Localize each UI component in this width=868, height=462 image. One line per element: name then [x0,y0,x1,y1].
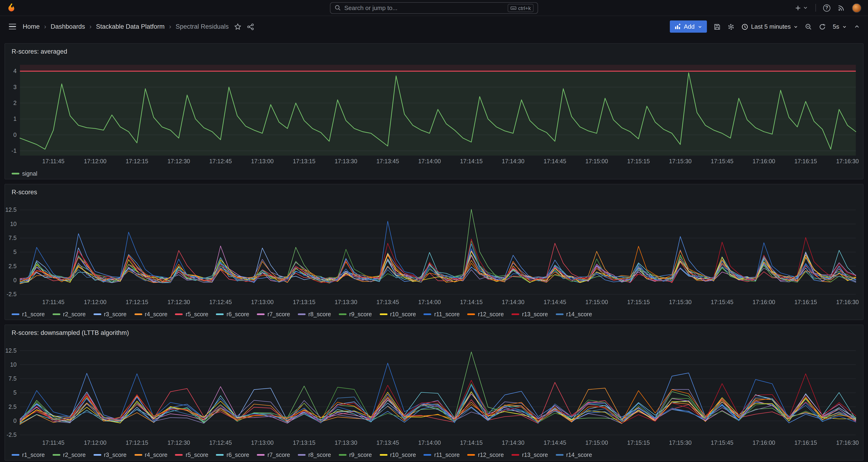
svg-text:17:14:00: 17:14:00 [418,439,441,446]
refresh-interval-picker[interactable]: 5s [833,23,847,30]
legend-item[interactable]: r9_score [339,311,372,317]
legend-item[interactable]: r8_score [298,451,331,458]
svg-text:2: 2 [13,100,17,106]
legend-swatch [424,454,431,456]
new-menu-button[interactable] [794,4,808,11]
legend-label: r2_score [63,311,86,317]
legend-item[interactable]: r3_score [93,451,127,458]
share-button[interactable] [247,23,254,30]
legend-label: r14_score [566,311,592,317]
help-icon: ? [823,4,831,11]
panel-title[interactable]: R-scores: downsampled (LTTB algorithm) [5,325,863,340]
legend-item[interactable]: r4_score [134,311,167,317]
chart-legend: r1_scorer2_scorer3_scorer4_scorer5_score… [5,449,863,460]
timeseries-chart[interactable]: -10123417:11:4517:12:0017:12:1517:12:301… [5,59,863,168]
legend-swatch [512,454,519,456]
legend-item[interactable]: r11_score [424,311,460,317]
svg-text:17:14:45: 17:14:45 [544,158,566,164]
chart-legend: r1_scorer2_scorer3_scorer4_scorer5_score… [5,309,863,319]
legend-item[interactable]: signal [12,170,37,177]
legend-item[interactable]: r4_score [134,451,167,458]
legend-item[interactable]: r10_score [379,311,416,317]
legend-item[interactable]: r2_score [53,311,86,317]
legend-item[interactable]: r5_score [175,451,208,458]
legend-label: r4_score [145,451,167,458]
panel-r-scores-downsampled: R-scores: downsampled (LTTB algorithm) -… [4,325,864,461]
collapse-toolbar-button[interactable] [854,23,860,30]
help-button[interactable]: ? [823,4,831,11]
zoom-out-button[interactable] [805,23,812,30]
legend-item[interactable]: r9_score [339,451,372,458]
legend-item[interactable]: r10_score [379,451,416,458]
legend-item[interactable]: r2_score [53,451,86,458]
svg-text:17:12:30: 17:12:30 [167,439,190,446]
add-button[interactable]: Add [670,21,707,33]
svg-text:12.5: 12.5 [5,206,17,213]
timeseries-chart[interactable]: -2.502.557.51012.517:11:4517:12:0017:12:… [5,200,863,308]
dashboard-toolbar: Home › Dashboards › Stackable Data Platf… [0,16,868,37]
legend-item[interactable]: r6_score [216,311,249,317]
legend-item[interactable]: r1_score [12,311,45,317]
dashboard-settings-button[interactable] [727,23,735,30]
svg-text:2.5: 2.5 [9,263,17,269]
legend-label: r5_score [186,451,208,458]
save-dashboard-button[interactable] [713,23,721,30]
panel-r-scores: R-scores -2.502.557.51012.517:11:4517:12… [4,184,864,320]
legend-item[interactable]: r11_score [424,451,460,458]
svg-text:1: 1 [13,116,17,122]
svg-text:17:12:45: 17:12:45 [209,158,232,164]
svg-text:17:15:30: 17:15:30 [669,299,691,305]
breadcrumb-separator: › [90,23,92,30]
svg-text:17:15:15: 17:15:15 [627,158,650,164]
favorite-button[interactable] [234,23,242,30]
svg-text:17:14:15: 17:14:15 [460,439,483,446]
breadcrumb-folder[interactable]: Stackable Data Platform [96,23,164,30]
legend-label: r13_score [522,451,548,458]
legend-swatch [175,313,183,315]
svg-text:17:12:30: 17:12:30 [167,158,190,164]
legend-item[interactable]: r7_score [257,451,290,458]
legend-swatch [12,313,19,315]
breadcrumb-home[interactable]: Home [23,23,40,30]
legend-item[interactable]: r7_score [257,311,290,317]
keyboard-icon [510,5,517,11]
search-input[interactable]: ctrl+k [330,2,538,13]
legend-item[interactable]: r14_score [556,451,592,458]
svg-text:3: 3 [13,84,17,90]
timeseries-chart[interactable]: -2.502.557.51012.517:11:4517:12:0017:12:… [5,340,863,449]
svg-text:0: 0 [13,277,17,283]
legend-item[interactable]: r12_score [467,311,504,317]
svg-text:17:14:15: 17:14:15 [460,299,483,305]
time-range-picker[interactable]: Last 5 minutes [741,23,799,30]
legend-item[interactable]: r12_score [467,451,504,458]
news-button[interactable] [837,4,845,11]
chevron-down-icon [842,24,847,29]
legend-item[interactable]: r1_score [12,451,45,458]
legend-label: r12_score [478,311,504,317]
legend-swatch [257,313,265,315]
legend-item[interactable]: r8_score [298,311,331,317]
user-avatar[interactable] [852,3,861,12]
legend-item[interactable]: r6_score [216,451,249,458]
legend-item[interactable]: r13_score [512,311,548,317]
svg-text:17:15:00: 17:15:00 [585,158,608,164]
grafana-logo-icon[interactable] [6,3,17,13]
svg-text:10: 10 [10,361,17,368]
panel-title[interactable]: R-scores: averaged [5,44,863,59]
legend-item[interactable]: r14_score [556,311,592,317]
chevron-down-icon [803,5,808,10]
panel-title[interactable]: R-scores [5,184,863,200]
legend-item[interactable]: r5_score [175,311,208,317]
legend-item[interactable]: r13_score [512,451,548,458]
breadcrumb-dashboards[interactable]: Dashboards [51,23,85,30]
legend-label: r6_score [227,311,249,317]
svg-text:17:13:45: 17:13:45 [376,158,399,164]
menu-toggle-icon[interactable] [8,22,17,31]
legend-swatch [512,313,519,315]
legend-item[interactable]: r3_score [93,311,127,317]
svg-text:17:16:00: 17:16:00 [753,158,775,164]
search-field[interactable] [344,4,504,11]
refresh-button[interactable] [819,23,826,30]
svg-text:17:12:15: 17:12:15 [126,299,148,305]
legend-swatch [12,454,19,456]
